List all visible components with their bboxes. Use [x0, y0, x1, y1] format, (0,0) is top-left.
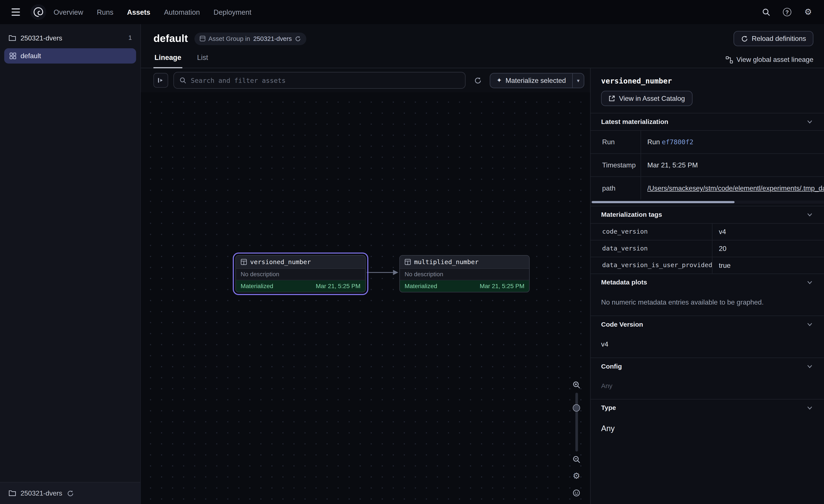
- asset-node-timestamp: Mar 21, 5:25 PM: [316, 283, 360, 289]
- horizontal-scrollbar: [591, 201, 824, 204]
- top-nav-items: Overview Runs Assets Automation Deployme…: [54, 8, 251, 16]
- asset-node-name: versioned_number: [250, 258, 311, 266]
- zoom-slider-track: [575, 393, 578, 452]
- nav-assets[interactable]: Assets: [127, 8, 150, 16]
- table-row: Timestamp Mar 21, 5:25 PM: [591, 153, 824, 176]
- dagster-logo[interactable]: [30, 4, 46, 20]
- section-title: Latest materialization: [601, 118, 668, 125]
- gear-icon: ⚙: [573, 472, 580, 480]
- chevron-down-icon: [806, 211, 813, 219]
- badge-group-link[interactable]: 250321-dvers: [253, 35, 292, 42]
- table-icon: [405, 259, 411, 265]
- search-input[interactable]: [191, 76, 460, 84]
- table-icon: [241, 259, 247, 265]
- asset-group-icon: [9, 52, 16, 59]
- gear-icon: ⚙: [804, 8, 812, 16]
- help-icon: ?: [783, 8, 791, 16]
- sidebar-footer[interactable]: 250321-dvers: [0, 482, 140, 504]
- materialize-selected-split-button: ✦ Materialize selected ▾: [490, 73, 584, 88]
- path-link[interactable]: /Users/smackesey/stm/code/elementl/exper…: [647, 184, 824, 192]
- lineage-canvas[interactable]: versioned_number No description Material…: [141, 92, 590, 504]
- graph-settings-button[interactable]: ⚙: [570, 469, 583, 483]
- sidebar-item-default[interactable]: default: [4, 48, 136, 64]
- section-title: Type: [601, 404, 616, 412]
- zoom-slider[interactable]: [570, 393, 583, 452]
- section-materialization-tags-header[interactable]: Materialization tags: [591, 206, 824, 223]
- zoom-slider-thumb[interactable]: [573, 404, 580, 412]
- asset-node-name: multiplied_number: [414, 258, 479, 266]
- asset-node-versioned-number[interactable]: versioned_number No description Material…: [235, 255, 366, 292]
- table-row: data_version_is_user_provided true: [591, 257, 824, 274]
- row-value: Mar 21, 5:25 PM: [641, 154, 824, 176]
- chevron-down-icon: [806, 118, 813, 125]
- tab-list[interactable]: List: [196, 49, 209, 68]
- zoom-out-button[interactable]: [570, 453, 583, 466]
- sparkle-icon: ✦: [497, 77, 502, 84]
- asset-node-status: Materialized: [405, 283, 437, 289]
- lineage-toolbar: ✦ Materialize selected ▾: [141, 69, 590, 93]
- materialize-selected-button[interactable]: ✦ Materialize selected: [490, 73, 572, 88]
- caret-down-icon: ▾: [577, 78, 580, 83]
- tabs-row: Lineage List View global asset lineage: [141, 49, 824, 68]
- section-latest-materialization-header[interactable]: Latest materialization: [591, 113, 824, 130]
- lineage-view: ✦ Materialize selected ▾: [141, 69, 590, 504]
- nav-deployment[interactable]: Deployment: [213, 8, 251, 16]
- zoom-in-button[interactable]: [570, 378, 583, 391]
- feedback-face-icon: [572, 489, 581, 497]
- tag-value: true: [713, 257, 824, 273]
- asset-group-badge: Asset Group in 250321-dvers: [194, 32, 307, 45]
- nav-overview[interactable]: Overview: [54, 8, 83, 16]
- section-title: Metadata plots: [601, 279, 647, 286]
- refresh-assets-button[interactable]: [471, 74, 485, 87]
- reload-definitions-label: Reload definitions: [752, 35, 806, 42]
- view-in-asset-catalog-button[interactable]: View in Asset Catalog: [601, 91, 692, 106]
- hamburger-menu-button[interactable]: [8, 5, 23, 19]
- toggle-sidebar-panel-button[interactable]: [153, 73, 168, 88]
- sidebar-item-label: default: [21, 52, 41, 60]
- tab-lineage[interactable]: Lineage: [153, 49, 183, 68]
- section-type-header[interactable]: Type: [591, 399, 824, 416]
- nav-runs[interactable]: Runs: [97, 8, 113, 16]
- folder-icon: [8, 34, 16, 41]
- section-metadata-plots-header[interactable]: Metadata plots: [591, 273, 824, 291]
- sidebar: 250321-dvers 1 default 250321-dvers: [0, 24, 141, 504]
- top-nav: Overview Runs Assets Automation Deployme…: [0, 0, 824, 24]
- section-code-version-header[interactable]: Code Version: [591, 316, 824, 333]
- asset-node-status: Materialized: [241, 283, 273, 289]
- metadata-plots-empty-text: No numeric metadata entries available to…: [591, 291, 824, 316]
- badge-prefix: Asset Group in: [208, 35, 250, 42]
- section-title: Code Version: [601, 321, 643, 328]
- feedback-button[interactable]: [570, 486, 583, 500]
- run-text: Run: [647, 138, 660, 146]
- chevron-down-icon: [806, 321, 813, 328]
- sidebar-group-row[interactable]: 250321-dvers 1: [0, 28, 140, 47]
- asset-node-header: versioned_number: [236, 256, 365, 269]
- asset-node-multiplied-number[interactable]: multiplied_number No description Materia…: [399, 255, 530, 292]
- materialize-selected-label: Materialize selected: [506, 76, 566, 84]
- materialize-options-caret-button[interactable]: ▾: [572, 73, 584, 88]
- search-icon: [762, 8, 770, 16]
- search-icon-button[interactable]: [759, 5, 774, 19]
- refresh-icon[interactable]: [67, 490, 74, 497]
- zoom-controls: ⚙: [570, 378, 583, 500]
- help-icon-button[interactable]: ?: [780, 5, 795, 19]
- code-version-value: v4: [591, 333, 824, 358]
- row-value: Run ef7800f2: [641, 131, 824, 153]
- zoom-in-icon: [572, 381, 581, 389]
- asset-search-box: [174, 72, 466, 89]
- asset-node-description: No description: [236, 269, 365, 280]
- row-label: path: [591, 177, 641, 200]
- main-area: default Asset Group in 250321-dvers Re: [141, 24, 824, 504]
- refresh-icon[interactable]: [295, 35, 301, 42]
- section-config-header[interactable]: Config: [591, 358, 824, 375]
- reload-definitions-button[interactable]: Reload definitions: [733, 31, 813, 46]
- run-id-link[interactable]: ef7800f2: [662, 138, 694, 146]
- chevron-down-icon: [806, 404, 813, 412]
- page-header: default Asset Group in 250321-dvers Re: [141, 24, 824, 49]
- view-global-asset-lineage-link[interactable]: View global asset lineage: [725, 55, 813, 68]
- settings-icon-button[interactable]: ⚙: [801, 5, 816, 19]
- asset-node-description: No description: [400, 269, 529, 280]
- nav-automation[interactable]: Automation: [164, 8, 200, 16]
- hamburger-icon: [11, 8, 20, 16]
- horizontal-scrollbar-thumb[interactable]: [592, 201, 735, 203]
